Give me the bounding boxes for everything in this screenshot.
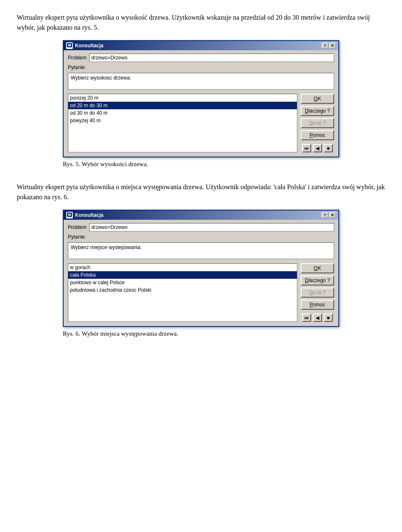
dialog-2-titlebar: Konsultacja ? ✕ <box>64 211 338 220</box>
dialog-2-ok-button[interactable]: OK <box>301 263 334 273</box>
dialog-2-icon <box>66 212 73 218</box>
dialog-1-list[interactable]: ponizej 20 m od 20 m do 30 m od 30 m do … <box>68 94 297 152</box>
dialog-1-dlaczego-button[interactable]: Dlaczego ? <box>301 106 334 116</box>
dialog-2-pomoc-button[interactable]: Pomoc <box>301 300 334 310</box>
svg-point-5 <box>69 214 70 216</box>
list-item-1-4[interactable]: powyzej 40 m <box>68 117 297 124</box>
list-item-2-1[interactable]: w gorach <box>68 264 297 271</box>
dialog-2-media-buttons: ⏮ ◀ ■ <box>301 314 334 322</box>
list-item-1-2[interactable]: od 20 m do 30 m <box>68 102 297 109</box>
dialog-2-media-stop[interactable]: ■ <box>324 314 333 322</box>
dialog-2-question-area: Wybierz miejsce wystepowania: <box>68 242 334 259</box>
dialog-2-list[interactable]: w gorach cała Polska punktowo w calej Po… <box>68 263 297 322</box>
dialog-2-media-first[interactable]: ⏮ <box>302 314 311 322</box>
dialog-1-ok-button[interactable]: OK <box>301 94 334 104</box>
dialog-2-help-button[interactable]: ? <box>322 212 328 218</box>
dialog-2-title: Konsultacja <box>75 212 103 218</box>
dialog-2-buttons: OK Dlaczego ? Go to ? Pomoc ⏮ ◀ ■ <box>301 263 334 322</box>
dialog-1: Konsultacja ? ✕ Problem Pytanie: Wybierz… <box>63 40 339 157</box>
figure-1-caption: Rys. 5. Wybór wysokości drzewa. <box>63 161 339 168</box>
dialog-1-titlebar: Konsultacja ? ✕ <box>64 41 338 50</box>
list-item-1-3[interactable]: od 30 m do 40 m <box>68 109 297 117</box>
figure-2-caption: Rys. 6. Wybór miejsca występowania drzew… <box>63 330 339 337</box>
dialog-2-goto-button[interactable]: Go to ? <box>301 288 334 298</box>
list-item-2-4[interactable]: poludniowa i zachodnia czesc Polski <box>68 286 297 294</box>
dialog-2-pytanie-label: Pytanie: <box>68 234 334 240</box>
dialog-2-body: Problem Pytanie: Wybierz miejsce wystepo… <box>64 220 338 326</box>
dialog-1-main-content: ponizej 20 m od 20 m do 30 m od 30 m do … <box>68 94 334 152</box>
dialog-2-problem-row: Problem <box>68 223 334 231</box>
dialog-1-media-stop[interactable]: ■ <box>324 144 333 152</box>
list-item-2-2[interactable]: cała Polska <box>68 271 297 279</box>
dialog-1-pomoc-button[interactable]: Pomoc <box>301 130 334 140</box>
dialog-1-pytanie-label: Pytanie: <box>68 64 334 70</box>
dialog-2-close-button[interactable]: ✕ <box>329 212 336 218</box>
dialog-1-question-area: Wybierz wysokosc drzewa: <box>68 73 334 90</box>
dialog-1-media-first[interactable]: ⏮ <box>302 144 311 152</box>
dialog-2-problem-input[interactable] <box>89 223 334 231</box>
list-item-2-3[interactable]: punktowo w calej Polsce <box>68 279 297 286</box>
dialog-1-titlebar-buttons: ? ✕ <box>322 43 336 49</box>
dialog-1-body: Problem Pytanie: Wybierz wysokosc drzewa… <box>64 50 338 157</box>
dialog-1-problem-input[interactable] <box>89 54 334 62</box>
dialog-2-titlebar-buttons: ? ✕ <box>322 212 336 218</box>
dialog-2-main-content: w gorach cała Polska punktowo w calej Po… <box>68 263 334 322</box>
dialog-2-media-prev[interactable]: ◀ <box>313 314 322 322</box>
list-item-1-1[interactable]: ponizej 20 m <box>68 94 297 102</box>
dialog-1-media-prev[interactable]: ◀ <box>313 144 322 152</box>
dialog-2-dlaczego-button[interactable]: Dlaczego ? <box>301 275 334 285</box>
dialog-1-titlebar-left: Konsultacja <box>66 42 103 49</box>
dialog-1-title: Konsultacja <box>75 43 103 49</box>
dialog-1-goto-button[interactable]: Go to ? <box>301 118 334 128</box>
figure-1: Konsultacja ? ✕ Problem Pytanie: Wybierz… <box>17 40 385 176</box>
dialog-1-problem-row: Problem <box>68 54 334 62</box>
dialog-1-media-buttons: ⏮ ◀ ■ <box>301 144 334 152</box>
figure-2: Konsultacja ? ✕ Problem Pytanie: Wybierz… <box>17 210 385 346</box>
dialog-2: Konsultacja ? ✕ Problem Pytanie: Wybierz… <box>63 210 339 327</box>
dialog-1-icon <box>66 42 73 49</box>
dialog-2-problem-label: Problem <box>68 224 87 230</box>
dialog-1-buttons: OK Dlaczego ? Go to ? Pomoc ⏮ ◀ ■ <box>301 94 334 152</box>
svg-point-2 <box>69 44 70 46</box>
intro-text: Wirtualny ekspert pyta użytkownika o wys… <box>17 13 385 33</box>
middle-text: Wirtualny ekspert pyta użytkownika o mie… <box>17 182 385 202</box>
dialog-2-titlebar-left: Konsultacja <box>66 212 103 218</box>
dialog-1-close-button[interactable]: ✕ <box>329 43 336 49</box>
dialog-1-problem-label: Problem <box>68 55 87 61</box>
dialog-1-help-button[interactable]: ? <box>322 43 328 49</box>
